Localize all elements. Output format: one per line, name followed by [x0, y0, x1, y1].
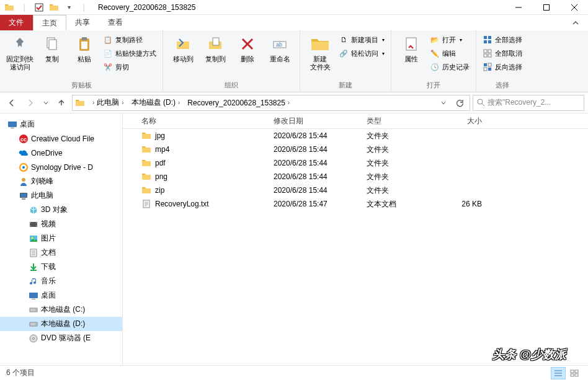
breadcrumb-segment[interactable]: Recovery_20200628_153825› [185, 99, 295, 107]
nav-item[interactable]: 文档 [0, 245, 122, 260]
list-row[interactable]: mp42020/6/28 15:44文件夹 [123, 143, 588, 156]
cc-icon: cc [19, 134, 29, 144]
tab-file[interactable]: 文件 [0, 15, 33, 30]
thumbnails-view-button[interactable] [567, 367, 582, 379]
nav-item[interactable]: 本地磁盘 (C:) [0, 303, 122, 317]
navigation-pane[interactable]: 桌面ccCreative Cloud FileOneDriveSynology … [0, 113, 123, 365]
column-header-type[interactable]: 类型 [362, 116, 431, 126]
column-headers: 名称 修改日期 类型 大小 [123, 113, 588, 129]
pin-to-quick-access-button[interactable]: 固定到快 速访问 [5, 33, 35, 71]
disk-icon [29, 305, 38, 315]
nav-item[interactable]: DVD 驱动器 (E [0, 331, 122, 345]
list-row[interactable]: jpg2020/6/28 15:44文件夹 [123, 129, 588, 143]
new-folder-button[interactable]: 新建 文件夹 [305, 33, 335, 71]
tab-home[interactable]: 主页 [33, 15, 66, 30]
rename-button[interactable]: ab 重命名 [265, 33, 295, 63]
nav-item[interactable]: 下载 [0, 260, 122, 274]
rename-icon: ab [270, 34, 290, 54]
history-button[interactable]: 🕓历史记录 [429, 60, 471, 74]
list-row[interactable]: pdf2020/6/28 15:44文件夹 [123, 156, 588, 170]
svg-rect-53 [32, 299, 35, 299]
user-icon [19, 177, 29, 187]
qat-dropdown-icon[interactable]: ▾ [62, 1, 76, 14]
refresh-button[interactable] [452, 96, 467, 110]
copy-button[interactable]: 复制 [37, 33, 67, 63]
forward-button[interactable] [22, 95, 38, 111]
nav-item[interactable]: 视频 [0, 217, 122, 231]
delete-button[interactable]: 删除 [233, 33, 262, 63]
svg-rect-69 [575, 370, 578, 373]
svg-rect-30 [8, 122, 17, 127]
nav-item[interactable]: 桌面 [0, 288, 122, 303]
easy-access-icon: 🔗 [339, 48, 349, 58]
open-button[interactable]: 📂打开▾ [429, 33, 471, 46]
svg-text:ab: ab [276, 42, 282, 48]
svg-rect-19 [488, 40, 491, 43]
nav-item[interactable]: ccCreative Cloud File [0, 131, 122, 146]
nav-item[interactable]: 本地磁盘 (D:) [0, 317, 122, 331]
column-header-size[interactable]: 大小 [431, 116, 487, 126]
back-button[interactable] [4, 95, 20, 111]
svg-rect-26 [484, 68, 487, 71]
breadcrumb-segment[interactable]: ›此电脑› [87, 97, 129, 108]
address-bar[interactable]: ›此电脑› 本地磁盘 (D:)› Recovery_20200628_15382… [72, 95, 470, 111]
copy-to-button[interactable]: 复制到 [200, 33, 230, 63]
column-header-name[interactable]: 名称 [123, 116, 269, 126]
column-header-modified[interactable]: 修改日期 [269, 116, 362, 126]
list-row[interactable]: png2020/6/28 15:44文件夹 [123, 170, 588, 183]
paste-button[interactable]: 粘贴 [69, 33, 99, 63]
nav-item[interactable]: 桌面 [0, 117, 122, 131]
nav-item[interactable]: 音乐 [0, 274, 122, 288]
quick-access-toolbar: | ▾ | [0, 1, 93, 14]
paste-shortcut-button[interactable]: 📄粘贴快捷方式 [102, 46, 158, 60]
nav-item[interactable]: 刘晓峰 [0, 174, 122, 188]
open-icon: 📂 [430, 35, 440, 45]
properties-button[interactable]: 属性 [396, 33, 426, 63]
ribbon-collapse-button[interactable] [563, 15, 588, 30]
nav-item[interactable]: 此电脑 [0, 188, 122, 203]
details-view-button[interactable] [551, 367, 566, 379]
file-list[interactable]: jpg2020/6/28 15:44文件夹mp42020/6/28 15:44文… [123, 129, 588, 365]
new-item-button[interactable]: 🗋新建项目▾ [337, 33, 386, 46]
nav-item[interactable]: 3D 对象 [0, 203, 122, 217]
list-row[interactable]: RecoveryLog.txt2020/6/28 15:47文本文档26 KB [123, 197, 588, 211]
desktop-icon [7, 120, 17, 130]
move-to-button[interactable]: 移动到 [168, 33, 198, 63]
close-button[interactable] [560, 0, 588, 15]
shortcut-icon: 📄 [103, 48, 113, 58]
minimize-button[interactable] [504, 0, 532, 15]
svg-text:cc: cc [20, 136, 27, 143]
folder-open-icon[interactable] [47, 1, 61, 14]
breadcrumb-segment[interactable]: 本地磁盘 (D:)› [129, 97, 185, 108]
svg-rect-24 [484, 63, 487, 66]
docs-icon [29, 248, 38, 258]
select-all-icon [483, 35, 492, 45]
recent-locations-button[interactable] [41, 95, 51, 111]
nav-item[interactable]: Synology Drive - D [0, 160, 122, 174]
ribbon-group-open: 属性 📂打开▾ ✏️编辑 🕓历史记录 打开 [391, 30, 476, 92]
easy-access-button[interactable]: 🔗轻松访问▾ [337, 46, 386, 60]
invert-selection-button[interactable]: 反向选择 [481, 60, 523, 74]
search-input[interactable]: 搜索"Recovery_2... [473, 95, 584, 111]
ribbon-group-select: 全部选择 全部取消 反向选择 选择 [476, 30, 528, 92]
tab-view[interactable]: 查看 [99, 15, 132, 30]
nav-item[interactable]: 图片 [0, 231, 122, 245]
select-all-button[interactable]: 全部选择 [481, 33, 523, 46]
copy-path-button[interactable]: 📋复制路径 [102, 33, 158, 46]
nav-item[interactable]: OneDrive [0, 146, 122, 160]
copy-icon [42, 34, 62, 54]
svg-rect-8 [82, 37, 87, 40]
up-button[interactable] [53, 95, 69, 111]
svg-rect-23 [488, 54, 491, 57]
edit-button[interactable]: ✏️编辑 [429, 46, 471, 60]
svg-rect-42 [30, 226, 31, 226]
cut-button[interactable]: ✂️剪切 [102, 60, 158, 74]
checkbox-icon[interactable] [32, 1, 46, 14]
select-none-button[interactable]: 全部取消 [481, 46, 523, 60]
tab-share[interactable]: 共享 [66, 15, 99, 30]
list-row[interactable]: zip2020/6/28 15:44文件夹 [123, 183, 588, 197]
maximize-button[interactable] [532, 0, 560, 15]
svg-rect-70 [571, 374, 574, 376]
address-dropdown-button[interactable] [436, 96, 451, 110]
svg-rect-16 [484, 36, 487, 39]
